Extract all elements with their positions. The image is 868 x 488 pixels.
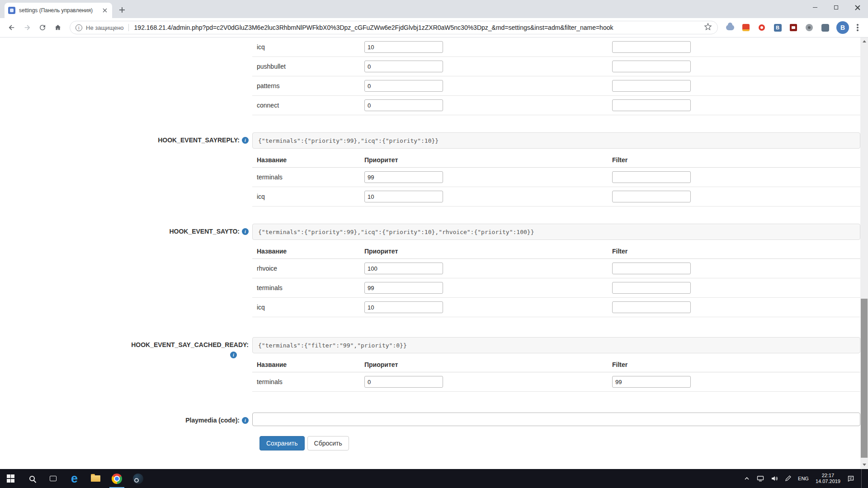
- column-header-filter: Filter: [612, 248, 860, 255]
- volume-icon[interactable]: [771, 475, 778, 482]
- table-row: terminals: [252, 372, 860, 392]
- extension-cloud-icon[interactable]: [724, 22, 736, 33]
- back-button[interactable]: [5, 20, 19, 35]
- scrollbar-down-button[interactable]: [860, 461, 868, 469]
- scrollbar-up-button[interactable]: [860, 38, 868, 45]
- security-label: Не защищено: [86, 24, 124, 31]
- priority-input[interactable]: [364, 171, 443, 183]
- bookmark-star-icon[interactable]: [704, 23, 712, 33]
- chrome-button[interactable]: [106, 469, 127, 488]
- profile-avatar[interactable]: B: [836, 21, 849, 34]
- extension-vk-icon[interactable]: [772, 22, 783, 33]
- filter-input[interactable]: [612, 282, 691, 294]
- scrollbar-thumb[interactable]: [861, 299, 868, 458]
- reset-button[interactable]: Сбросить: [307, 436, 349, 450]
- priority-input[interactable]: [364, 376, 443, 388]
- file-explorer-button[interactable]: [85, 469, 106, 488]
- priority-input[interactable]: [364, 263, 443, 274]
- filter-input[interactable]: [612, 80, 691, 92]
- priority-input[interactable]: [364, 61, 443, 72]
- label-spacer: [0, 38, 252, 42]
- filter-input[interactable]: [612, 191, 691, 202]
- tray-expand-button[interactable]: [744, 475, 750, 482]
- edge-icon: [71, 473, 78, 485]
- minimize-icon: [813, 7, 817, 8]
- steam-button[interactable]: [127, 469, 149, 488]
- taskbar-search-button[interactable]: [21, 469, 42, 488]
- new-tab-button[interactable]: [116, 4, 128, 16]
- edge-button[interactable]: [64, 469, 85, 488]
- extension-slate-icon[interactable]: [819, 22, 831, 33]
- action-center-button[interactable]: [847, 475, 854, 482]
- tab-strip: settings (Панель управления): [0, 0, 868, 18]
- show-desktop-button[interactable]: [861, 469, 864, 488]
- info-icon[interactable]: [242, 417, 249, 424]
- url-text[interactable]: 192.168.21.4/admin.php?pd=c2V0dGluZ3M6e2…: [134, 24, 704, 31]
- priority-input[interactable]: [364, 282, 443, 294]
- page-scrollbar[interactable]: [860, 38, 868, 469]
- priority-input[interactable]: [364, 41, 443, 53]
- priority-input[interactable]: [364, 191, 443, 202]
- taskbar-clock[interactable]: 22:17 14.07.2019: [816, 473, 840, 485]
- pen-icon[interactable]: [785, 475, 791, 482]
- address-bar[interactable]: Не защищено 192.168.21.4/admin.php?pd=c2…: [70, 21, 718, 34]
- column-header-name: Название: [252, 361, 364, 368]
- top-table-block: icq pushbullet patterns connect: [0, 38, 860, 115]
- info-icon[interactable]: [230, 352, 237, 358]
- display-tray-icon[interactable]: [757, 475, 764, 482]
- browser-menu-button[interactable]: [852, 22, 863, 33]
- table-row: patterns: [252, 76, 860, 96]
- start-button[interactable]: [0, 469, 21, 488]
- filter-input[interactable]: [612, 41, 691, 53]
- filter-input[interactable]: [612, 263, 691, 274]
- extension-disc-icon[interactable]: [803, 22, 815, 33]
- info-icon[interactable]: [242, 228, 249, 235]
- plus-icon: [119, 7, 125, 13]
- close-button[interactable]: [847, 0, 868, 14]
- priority-input[interactable]: [364, 80, 443, 92]
- save-button[interactable]: Сохранить: [259, 436, 305, 450]
- section-label: HOOK_EVENT_SAYTO:: [0, 224, 252, 235]
- extension-pdf-icon[interactable]: [788, 22, 799, 33]
- window-controls: [804, 0, 868, 14]
- windows-logo-icon: [7, 474, 15, 483]
- table-row: terminals: [252, 168, 860, 187]
- forward-icon: [23, 23, 31, 32]
- filter-input[interactable]: [612, 376, 691, 388]
- filter-input[interactable]: [612, 99, 691, 111]
- row-name-label: rhvoice: [252, 265, 364, 272]
- row-name-label: patterns: [252, 82, 364, 89]
- priority-input[interactable]: [364, 99, 443, 111]
- tab-close-icon[interactable]: [101, 7, 108, 14]
- security-info-icon[interactable]: [75, 24, 82, 31]
- home-button[interactable]: [51, 20, 65, 35]
- minimize-button[interactable]: [804, 0, 826, 14]
- column-header-priority: Приоритет: [364, 361, 612, 368]
- filter-input[interactable]: [612, 61, 691, 72]
- row-name-label: terminals: [252, 284, 364, 291]
- task-view-button[interactable]: [42, 469, 64, 488]
- table-header: Название Приоритет Filter: [252, 357, 860, 372]
- info-icon[interactable]: [242, 137, 249, 144]
- home-icon: [54, 23, 62, 32]
- forward-button[interactable]: [20, 20, 34, 35]
- section-label: HOOK_EVENT_SAY_CACHED_READY:: [0, 337, 252, 358]
- extension-red-square-icon[interactable]: [740, 22, 752, 33]
- playmedia-input[interactable]: [252, 413, 860, 426]
- filter-input[interactable]: [612, 171, 691, 183]
- task-view-icon: [50, 476, 57, 481]
- table-header: Название Приоритет Filter: [252, 152, 860, 168]
- priority-input[interactable]: [364, 301, 443, 313]
- reload-button[interactable]: [35, 20, 50, 35]
- search-icon: [29, 476, 35, 481]
- windows-taskbar: ENG 22:17 14.07.2019: [0, 469, 868, 488]
- table-row: connect: [252, 96, 860, 115]
- extension-red-ring-icon[interactable]: [756, 22, 768, 33]
- filter-input[interactable]: [612, 301, 691, 313]
- browser-tab[interactable]: settings (Панель управления): [5, 3, 112, 18]
- language-indicator[interactable]: ENG: [798, 476, 809, 481]
- section-hook-event-sayreply: HOOK_EVENT_SAYREPLY: {"terminals":{"prio…: [0, 132, 860, 206]
- arrow-up-icon: [863, 40, 866, 42]
- section-hook-event-say-cached-ready: HOOK_EVENT_SAY_CACHED_READY: {"terminals…: [0, 337, 860, 392]
- maximize-button[interactable]: [826, 0, 847, 14]
